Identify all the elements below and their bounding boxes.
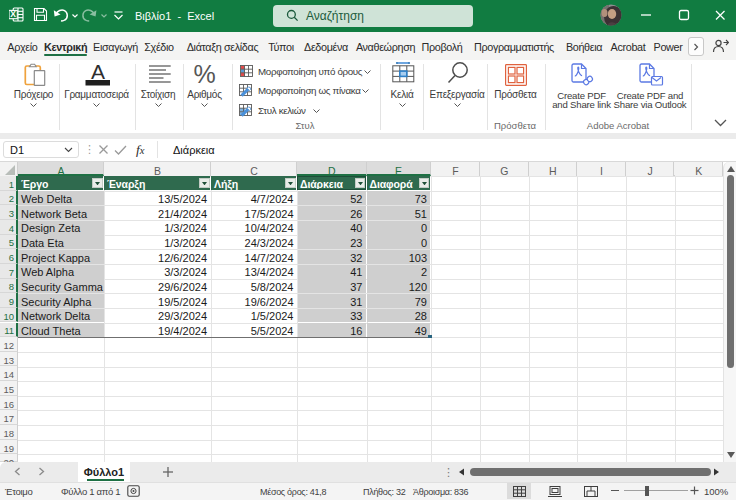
- svg-text:A: A: [91, 60, 105, 83]
- svg-text:X: X: [10, 9, 16, 19]
